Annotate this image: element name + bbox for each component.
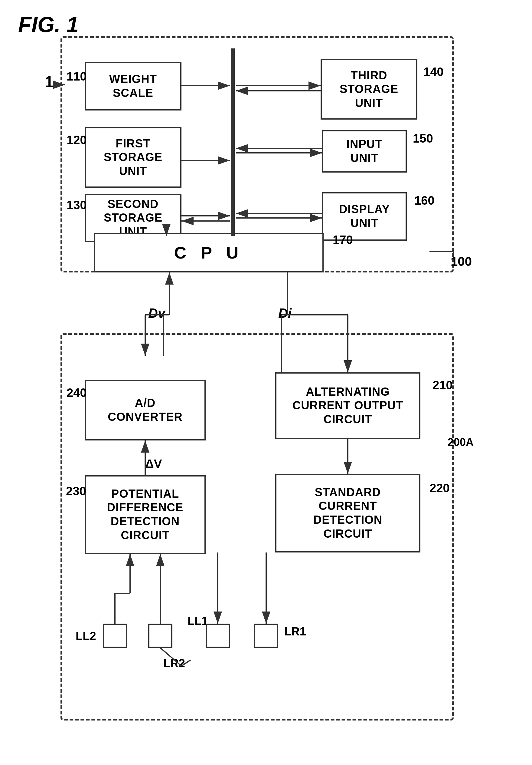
lr1-label: LR1 <box>284 625 306 638</box>
potential-diff-block: POTENTIAL DIFFERENCE DETECTION CIRCUIT <box>85 475 206 554</box>
input-unit-block: INPUT UNIT <box>322 130 407 173</box>
cpu-label: C P U <box>174 243 243 263</box>
first-storage-label: FIRST STORAGE UNIT <box>104 137 162 178</box>
cpu-ref: 170 <box>333 233 353 247</box>
weight-scale-ref: 110 <box>67 70 87 83</box>
display-unit-label: DISPLAY UNIT <box>339 203 390 230</box>
ll2-component <box>103 624 127 648</box>
ll2-label: LL2 <box>76 630 96 643</box>
first-storage-block: FIRST STORAGE UNIT <box>85 127 181 188</box>
page-container: FIG. 1 WEIGHT SCALE 110 FIRST STORAGE UN… <box>0 0 532 765</box>
lr1-component <box>254 624 278 648</box>
third-storage-block: THIRD STORAGE UNIT <box>321 59 417 120</box>
ll1-label: LL1 <box>187 614 208 628</box>
display-unit-ref: 160 <box>414 194 434 207</box>
potential-diff-ref: 230 <box>66 484 86 498</box>
ad-converter-ref: 240 <box>67 386 87 399</box>
delta-v-label: ΔV <box>145 457 162 471</box>
potential-diff-label: POTENTIAL DIFFERENCE DETECTION CIRCUIT <box>107 487 183 542</box>
ad-converter-block: A/D CONVERTER <box>85 380 206 440</box>
main-ref: 1 <box>45 73 54 91</box>
di-label: Di <box>278 306 292 321</box>
ac-output-ref: 210 <box>432 379 453 392</box>
upper-section-ref: 100 <box>451 254 472 269</box>
input-unit-label: INPUT UNIT <box>347 137 383 165</box>
figure-title: FIG. 1 <box>18 12 79 37</box>
standard-current-ref: 220 <box>429 481 450 495</box>
cpu-block: C P U <box>94 233 324 273</box>
dv-label: Dv <box>148 306 165 321</box>
lr2-label: LR2 <box>163 657 185 670</box>
input-unit-ref: 150 <box>413 132 433 145</box>
ad-converter-label: A/D CONVERTER <box>108 396 183 424</box>
standard-current-label: STANDARD CURRENT DETECTION CIRCUIT <box>313 485 383 541</box>
standard-current-block: STANDARD CURRENT DETECTION CIRCUIT <box>275 474 420 552</box>
ac-output-block: ALTERNATING CURRENT OUTPUT CIRCUIT <box>275 373 420 439</box>
ll1-component-left <box>148 624 172 648</box>
weight-scale-label: WEIGHT SCALE <box>109 72 157 100</box>
third-storage-label: THIRD STORAGE UNIT <box>340 69 398 110</box>
weight-scale-block: WEIGHT SCALE <box>85 62 181 111</box>
second-storage-ref: 130 <box>67 198 87 212</box>
second-storage-label: SECOND STORAGE UNIT <box>104 197 162 239</box>
third-storage-ref: 140 <box>423 65 444 79</box>
ll1-component-right <box>206 624 230 648</box>
first-storage-ref: 120 <box>67 133 87 147</box>
ac-output-label: ALTERNATING CURRENT OUTPUT CIRCUIT <box>292 385 403 426</box>
lower-section-ref: 200A <box>448 436 474 449</box>
